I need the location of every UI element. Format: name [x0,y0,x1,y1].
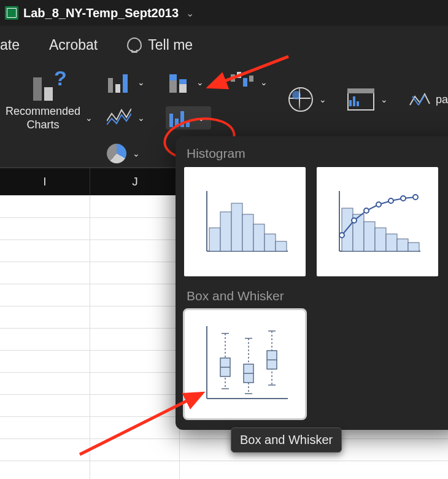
chevron-down-icon: ⌄ [135,113,147,123]
insert-bar-chart-button[interactable]: ⌄ [166,70,211,95]
pie-chart-icon [107,144,126,163]
chart-option-histogram[interactable] [184,167,306,276]
dropdown-section-box-whisker: Box and Whisker [187,289,448,303]
svg-rect-8 [265,234,276,251]
insert-column-chart-button[interactable]: ⌄ [107,70,147,95]
svg-rect-6 [242,214,253,251]
svg-point-21 [364,208,369,213]
tooltip-box-and-whisker: Box and Whisker [231,427,342,453]
ribbon-tabs: ate Acrobat Tell me [0,26,448,64]
title-dropdown-chevron-icon[interactable]: ⌄ [186,7,194,19]
column-header[interactable]: J [90,168,180,195]
excel-file-icon [5,6,18,20]
svg-point-20 [352,218,357,223]
svg-rect-17 [397,239,408,251]
recommended-charts-button[interactable]: ? Recommended Charts ⌄ [0,70,101,131]
svg-rect-18 [408,243,419,251]
recommended-charts-icon: ? [31,70,70,101]
tab-acrobat[interactable]: Acrobat [49,37,98,53]
svg-rect-16 [386,234,397,251]
svg-rect-7 [253,224,265,251]
insert-pivot-chart-button[interactable]: ⌄ [347,87,390,112]
svg-rect-15 [375,228,386,251]
chevron-down-icon: ⌄ [194,77,206,87]
sparklines-label-partial: pa [436,93,448,106]
chevron-down-icon: ⌄ [135,77,147,87]
workbook-title: Lab_8_NY-Temp_Sept2013 [23,6,179,20]
svg-rect-3 [209,228,220,251]
sparklines-button-partial[interactable]: pa [409,90,448,109]
svg-rect-5 [231,203,242,251]
insert-map-chart-button[interactable]: ⌄ [288,87,329,112]
chart-option-box-and-whisker[interactable] [184,310,306,419]
title-bar: Lab_8_NY-Temp_Sept2013 ⌄ [0,0,448,26]
chevron-down-icon: ⌄ [83,113,95,123]
dropdown-section-histogram: Histogram [187,146,448,161]
tab-animate-partial[interactable]: ate [0,37,20,53]
chevron-down-icon: ⌄ [195,113,207,123]
chevron-down-icon: ⌄ [378,95,390,104]
insert-waterfall-chart-button[interactable]: ⌄ [230,70,270,95]
insert-statistic-chart-button[interactable]: ⌄ [166,106,211,130]
statistic-chart-dropdown: Histogram [176,136,448,430]
pivot-chart-icon [347,88,374,111]
chart-option-pareto[interactable] [317,167,438,276]
tell-me-search[interactable]: Tell me [127,37,193,53]
svg-point-23 [388,198,393,203]
globe-icon [288,87,313,112]
tell-me-label: Tell me [148,37,193,53]
svg-rect-14 [364,222,375,251]
chevron-down-icon: ⌄ [130,149,142,158]
lightbulb-icon [127,37,142,52]
svg-point-19 [339,233,344,238]
svg-rect-12 [342,208,353,251]
svg-point-24 [401,196,406,201]
recommended-charts-label: Recommended Charts [6,104,80,131]
svg-rect-9 [276,241,287,251]
svg-rect-4 [220,212,231,251]
svg-point-25 [413,195,418,200]
chevron-down-icon: ⌄ [258,77,270,87]
svg-point-22 [376,202,381,207]
column-header[interactable]: I [0,168,90,195]
chevron-down-icon: ⌄ [317,95,329,104]
insert-line-chart-button[interactable]: ⌄ [107,106,147,130]
insert-pie-chart-button[interactable]: ⌄ [107,141,147,166]
